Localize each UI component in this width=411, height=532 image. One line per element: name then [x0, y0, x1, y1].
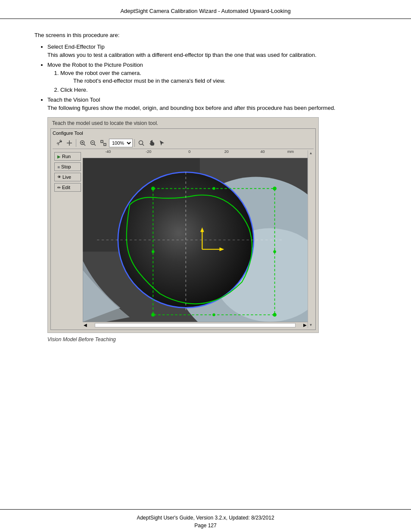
scrollbar-track-h[interactable]	[95, 323, 296, 327]
footer-line1: AdeptSight User's Guide, Version 3.2.x, …	[0, 515, 411, 521]
svg-point-23	[151, 187, 155, 190]
zoom-select[interactable]: 100% 50% 200%	[109, 139, 133, 147]
stop-button[interactable]: ■ Stop	[54, 162, 81, 171]
figure-label: Teach the model used to locate the visio…	[50, 120, 316, 126]
svg-point-29	[212, 187, 215, 190]
live-button[interactable]: 👁 Live	[54, 173, 81, 181]
scrollbar-down-arrow[interactable]: ▼	[309, 323, 313, 327]
left-buttons: ▶ Run ■ Stop 👁 Live	[53, 150, 83, 328]
svg-point-26	[273, 313, 277, 317]
toolbar-row: 100% 50% 200%	[53, 137, 314, 149]
stop-icon: ■	[57, 165, 60, 169]
svg-line-7	[94, 144, 96, 146]
toolbar-sep2	[134, 139, 135, 147]
svg-point-24	[273, 187, 277, 190]
zoom-fit-icon[interactable]	[99, 138, 108, 148]
numbered-list: Move the robot over the camera. The robo…	[60, 70, 377, 93]
scrollbar-bottom[interactable]: ◀ ▶	[83, 322, 308, 328]
edit-label: Edit	[62, 185, 70, 190]
main-panel: ▶ Run ■ Stop 👁 Live	[53, 150, 314, 328]
stop-label: Stop	[61, 164, 71, 169]
svg-line-13	[142, 144, 144, 146]
step2-text: Click Here.	[60, 87, 88, 93]
live-label: Live	[62, 174, 71, 180]
svg-point-12	[139, 141, 143, 145]
ruler-top: -40 -20 0 20 40 mm	[83, 150, 308, 158]
svg-line-3	[84, 144, 85, 146]
main-list: Select End-Effector Tip This allows you …	[47, 44, 377, 342]
bullet1-item: Select End-Effector Tip This allows you …	[47, 44, 377, 58]
svg-point-30	[212, 313, 215, 316]
group-legend: Configure Tool	[53, 131, 314, 136]
step1-note: The robot's end-effector must be in the …	[73, 78, 377, 84]
svg-point-25	[151, 313, 155, 317]
figure-container: Teach the model used to locate the visio…	[47, 117, 319, 333]
svg-rect-10	[104, 143, 106, 146]
run-label: Run	[62, 154, 71, 159]
bullet3-label: Teach the Vision Tool	[47, 96, 100, 103]
edit-icon: ✏	[57, 185, 61, 190]
run-icon: ▶	[57, 154, 61, 159]
scrollbar-up-arrow[interactable]: ▲	[309, 151, 313, 155]
bullet2-item: Move the Robot to the Picture Position M…	[47, 62, 377, 93]
step2: Click Here.	[60, 87, 377, 93]
camera-image-svg	[83, 158, 308, 322]
zoom-out-icon[interactable]	[88, 138, 98, 148]
step1-text: Move the robot over the camera.	[60, 70, 141, 76]
bullet3-desc: The following figures show the model, or…	[47, 105, 377, 111]
bullet2-label: Move the Robot to the Picture Position	[47, 62, 143, 68]
image-area: -40 -20 0 20 40 mm	[83, 150, 308, 328]
crosshair-icon[interactable]	[65, 138, 74, 148]
page-footer: AdeptSight User's Guide, Version 3.2.x, …	[0, 509, 411, 532]
step1: Move the robot over the camera. The robo…	[60, 70, 377, 84]
edit-button[interactable]: ✏ Edit	[54, 183, 81, 192]
svg-point-27	[152, 250, 155, 253]
toolbar-sep1	[76, 139, 76, 147]
page-header: AdeptSight Camera Calibration Wizard - A…	[0, 0, 411, 19]
intro-text: The screens in this procedure are:	[34, 32, 377, 38]
header-title: AdeptSight Camera Calibration Wizard - A…	[120, 8, 290, 14]
configure-tool-group: Configure Tool	[50, 128, 316, 330]
figure-caption: Vision Model Before Teaching	[47, 336, 377, 342]
svg-line-11	[103, 143, 104, 143]
run-button[interactable]: ▶ Run	[54, 152, 81, 161]
live-icon: 👁	[57, 175, 61, 179]
zoom-in-icon[interactable]	[78, 138, 87, 148]
wrench-icon[interactable]	[54, 138, 64, 148]
svg-point-28	[273, 250, 276, 253]
bullet3-item: Teach the Vision Tool The following figu…	[47, 96, 377, 342]
svg-rect-9	[101, 140, 103, 143]
hand-icon[interactable]	[147, 138, 156, 148]
bullet1-label: Select End-Effector Tip	[47, 44, 105, 50]
magnifier-icon[interactable]	[137, 138, 146, 148]
cursor-icon[interactable]	[157, 138, 167, 148]
bullet1-desc: This allows you to test a calibration wi…	[47, 52, 377, 58]
footer-line2: Page 127	[0, 523, 411, 529]
